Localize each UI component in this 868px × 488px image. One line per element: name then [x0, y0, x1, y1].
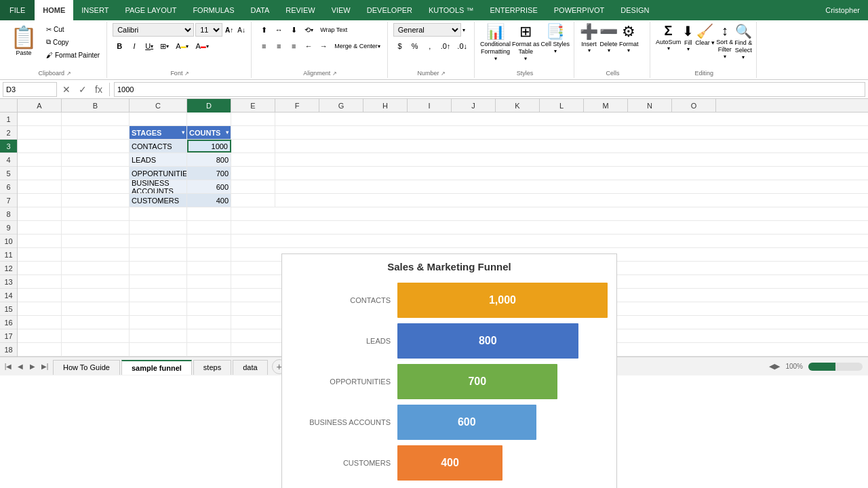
comma-button[interactable]: ,	[423, 39, 437, 53]
next-sheet-button[interactable]: ▶	[27, 361, 38, 372]
cell-B15[interactable]	[62, 302, 130, 315]
sort-filter-button[interactable]: ↕ Sort &Filter ▾	[716, 23, 733, 60]
cell-C7-customers[interactable]: CUSTOMERS	[130, 194, 187, 207]
cell-C6-biz-accounts[interactable]: BUSINESS ACCOUNTS	[130, 180, 187, 193]
cell-rest-1[interactable]	[319, 113, 658, 125]
fill-color-button[interactable]: A ▬▾	[173, 39, 191, 53]
cell-F7[interactable]	[275, 194, 319, 207]
cell-B2[interactable]	[62, 126, 130, 139]
tab-page-layout[interactable]: PAGE LAYOUT	[117, 0, 184, 20]
cell-B13[interactable]	[62, 275, 130, 288]
align-bottom-button[interactable]: ⬇	[287, 23, 300, 37]
cell-C11[interactable]	[130, 248, 187, 261]
cell-E1[interactable]	[231, 113, 275, 125]
clear-button[interactable]: 🧹 Clear ▾	[695, 23, 715, 46]
cell-D10[interactable]	[187, 235, 231, 247]
currency-button[interactable]: $	[393, 39, 407, 53]
col-header-J[interactable]: J	[452, 99, 496, 113]
cell-D1[interactable]	[187, 113, 231, 125]
wrap-text-button[interactable]: Wrap Text	[317, 24, 372, 36]
fill-button[interactable]: ⬇ Fill ▾	[682, 23, 694, 52]
cell-C9[interactable]	[130, 221, 187, 234]
cell-A13[interactable]	[18, 275, 62, 288]
cell-B11[interactable]	[62, 248, 130, 261]
cell-D7-400[interactable]: 400	[187, 194, 231, 207]
underline-button[interactable]: U ▾	[142, 39, 156, 53]
cell-E3[interactable]	[231, 140, 275, 152]
align-center-button[interactable]: ≡	[272, 39, 285, 53]
cell-D9[interactable]	[187, 221, 231, 234]
cell-rest-5[interactable]	[319, 167, 658, 180]
row-header-11[interactable]: 11	[0, 248, 17, 262]
col-header-B[interactable]: B	[62, 99, 130, 113]
cell-D2-counts-header[interactable]: COUNTS ▾	[187, 126, 231, 139]
cell-A12[interactable]	[18, 262, 62, 274]
cell-B10[interactable]	[62, 235, 130, 247]
cell-A15[interactable]	[18, 302, 62, 315]
name-box[interactable]	[3, 82, 57, 97]
prev-sheet-button[interactable]: ◀	[15, 361, 26, 372]
cell-F6[interactable]	[275, 180, 319, 193]
cell-F5[interactable]	[275, 167, 319, 180]
orientation-button[interactable]: ⟲ ▾	[302, 23, 316, 37]
align-right-button[interactable]: ≡	[287, 39, 300, 53]
cell-A4[interactable]	[18, 153, 62, 166]
cell-B8[interactable]	[62, 207, 130, 220]
cell-C17[interactable]	[130, 329, 187, 342]
chart-container[interactable]: Sales & Marketing Funnel CONTACTS1,000LE…	[281, 253, 617, 488]
cell-D14[interactable]	[187, 289, 231, 302]
cell-C10[interactable]	[130, 235, 187, 247]
cell-A9[interactable]	[18, 221, 62, 234]
row-header-18[interactable]: 18	[0, 343, 17, 357]
last-sheet-button[interactable]: ▶|	[39, 361, 50, 372]
select-all-corner[interactable]	[0, 99, 18, 112]
font-size-decrease-button[interactable]: A↓	[236, 23, 247, 37]
cell-C12[interactable]	[130, 262, 187, 274]
col-header-E[interactable]: E	[231, 99, 275, 113]
sheet-tab-how-to-guide[interactable]: How To Guide	[53, 360, 120, 375]
cell-A8[interactable]	[18, 207, 62, 220]
row-header-3[interactable]: 3	[0, 140, 17, 153]
tab-kutools[interactable]: KUTOOLS ™	[420, 0, 481, 20]
decimal-decrease-button[interactable]: .0↓	[454, 39, 470, 53]
sheet-tab-data[interactable]: data	[233, 360, 267, 375]
row-header-6[interactable]: 6	[0, 180, 17, 194]
row-header-2[interactable]: 2	[0, 126, 17, 140]
cell-C8[interactable]	[130, 207, 187, 220]
number-format-expand[interactable]: ▾	[462, 27, 465, 33]
tab-design[interactable]: DESIGN	[612, 0, 657, 20]
cell-E7[interactable]	[231, 194, 275, 207]
cell-B1[interactable]	[62, 113, 130, 125]
format-button[interactable]: ⚙ Format ▾	[619, 23, 639, 54]
cell-B9[interactable]	[62, 221, 130, 234]
row-header-15[interactable]: 15	[0, 302, 17, 316]
font-size-select[interactable]: 11	[195, 23, 222, 37]
cell-B16[interactable]	[62, 316, 130, 329]
cell-rest-4[interactable]	[319, 153, 658, 166]
cell-B18[interactable]	[62, 343, 130, 356]
align-left-button[interactable]: ≡	[257, 39, 271, 53]
cell-D6-600[interactable]: 600	[187, 180, 231, 193]
insert-function-icon[interactable]: fx	[92, 83, 105, 96]
decrease-indent-button[interactable]: ←	[302, 39, 315, 53]
cell-A3[interactable]	[18, 140, 62, 152]
row-header-7[interactable]: 7	[0, 194, 17, 207]
tab-insert[interactable]: INSERT	[73, 0, 117, 20]
cell-A6[interactable]	[18, 180, 62, 193]
col-header-I[interactable]: I	[408, 99, 452, 113]
col-header-A[interactable]: A	[18, 99, 62, 113]
cell-C18[interactable]	[130, 343, 187, 356]
format-painter-button[interactable]: 🖌 Format Painter	[43, 49, 102, 61]
row-header-8[interactable]: 8	[0, 207, 17, 221]
col-header-N[interactable]: N	[628, 99, 672, 113]
align-top-button[interactable]: ⬆	[257, 23, 271, 37]
cell-D4-800[interactable]: 800	[187, 153, 231, 166]
cell-A7[interactable]	[18, 194, 62, 207]
col-header-M[interactable]: M	[584, 99, 628, 113]
align-middle-button[interactable]: ↔	[272, 23, 285, 37]
tab-enterprise[interactable]: ENTERPRISE	[481, 0, 545, 20]
cell-E6[interactable]	[231, 180, 275, 193]
tab-developer[interactable]: DEVELOPER	[359, 0, 420, 20]
cell-C4-leads[interactable]: LEADS	[130, 153, 187, 166]
cell-A5[interactable]	[18, 167, 62, 180]
